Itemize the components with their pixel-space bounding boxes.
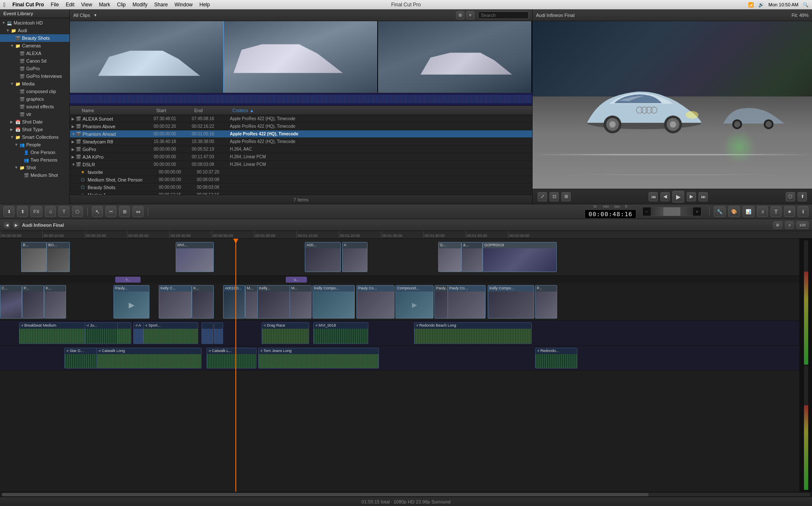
transition-clip[interactable]: T...: [115, 277, 141, 283]
color-btn[interactable]: 🎨: [728, 206, 740, 217]
inspector-btn[interactable]: ℹ: [798, 206, 809, 217]
tree-item-shot[interactable]: ▼ 📁 Shot: [0, 164, 69, 171]
clip-row-favorite[interactable]: ★ favorite 00:00:00:00 00:10:37:20: [70, 168, 532, 176]
import-btn[interactable]: ⬇: [3, 206, 14, 217]
tree-item-two-persons[interactable]: 👥 Two Persons: [0, 156, 69, 164]
viewer-btn-rewind[interactable]: ⏮: [649, 192, 658, 201]
tree-item-macintosh[interactable]: ▼ 💻 Macintosh HD: [0, 19, 69, 27]
clip-row-alexa-sunset[interactable]: ▶ 🎬 ALEXA Sunset 07:30:46:01 07:45:08:16…: [70, 115, 532, 123]
tree-item-gopro[interactable]: 🎬 GoPro: [0, 65, 69, 72]
generators-btn[interactable]: ⬡: [72, 206, 83, 217]
app-name-menu[interactable]: Final Cut Pro: [12, 2, 44, 8]
audio-clip[interactable]: -r Ju...: [85, 322, 118, 344]
tree-item-sound-effects[interactable]: 🎬 sound effects: [0, 103, 69, 110]
position-tool[interactable]: ⊞: [119, 206, 130, 217]
viewer-btn-zoom[interactable]: ⊡: [550, 192, 559, 201]
timeline-clip[interactable]: P...: [535, 285, 557, 319]
zoom-plus-btn[interactable]: +: [693, 207, 701, 216]
audio-clip-mvi0018[interactable]: -r MVI_0018: [313, 322, 368, 344]
viewer-btn-fullscreen[interactable]: ⊞: [561, 192, 571, 201]
menu-modify[interactable]: Modify: [133, 2, 147, 8]
clip-row-aja-kipro[interactable]: ▶ 🎬 AJA KiPro 00:00:00:00 00:11:47:03 H.…: [70, 153, 532, 161]
list-view-btn[interactable]: ≡: [466, 11, 475, 19]
tl-prev-btn[interactable]: ◀: [3, 222, 10, 228]
tl-audio-btn[interactable]: ♬: [785, 221, 794, 229]
viewer-btn-forward[interactable]: ⏭: [699, 192, 708, 201]
menu-view[interactable]: View: [81, 2, 92, 8]
timeline-clip[interactable]: C...: [0, 285, 22, 319]
timeline-clip[interactable]: BO...: [47, 242, 70, 272]
tree-item-one-person[interactable]: 👤 One Person: [0, 148, 69, 156]
tl-appearance-btn[interactable]: ⊞: [773, 221, 782, 229]
clip-row-phantom-ahead[interactable]: ▼ 🎬 Phantom Ahead 00:00:00:00 00:01:05:1…: [70, 130, 532, 138]
tree-item-smart-collections[interactable]: ▼ 📁 Smart Collections: [0, 133, 69, 141]
timeline-clip[interactable]: Pauly Co...: [447, 285, 486, 319]
menu-window[interactable]: Window: [174, 2, 193, 8]
audio-clip-drag-race[interactable]: -r Drag Race: [262, 322, 309, 344]
clip-row-steadycam[interactable]: ▶ 🎬 Steadycam R8 15:36:40:18 15:38:38:00…: [70, 138, 532, 146]
timeline-clip-pauly[interactable]: Pauly... ▶: [113, 285, 149, 319]
tree-item-audi[interactable]: ▼ 📁 Audi: [0, 27, 69, 34]
timeline-clip[interactable]: G...: [438, 242, 461, 272]
share-btn[interactable]: ⬆: [17, 206, 28, 217]
timeline-scrollbar-thumb[interactable]: [2, 493, 649, 496]
clip-row-marker1[interactable]: ◇ Marker 1 00:06:12:15 00:06:12:16: [70, 191, 532, 195]
tl-zoom-btn[interactable]: 100: [796, 221, 809, 229]
titles2-btn[interactable]: T: [771, 206, 782, 217]
tree-item-people[interactable]: ▼ 👥 People: [0, 141, 69, 148]
trim-tool[interactable]: ✂: [105, 206, 116, 217]
video-scope-btn[interactable]: 📊: [743, 206, 754, 217]
menu-edit[interactable]: Edit: [66, 2, 75, 8]
audio-clip[interactable]: [214, 322, 223, 344]
col-codecs-header[interactable]: Codecs ▲: [232, 108, 530, 113]
tl-next-btn[interactable]: ▶: [13, 222, 19, 228]
zoom-control[interactable]: − +: [642, 207, 702, 216]
audio-clip[interactable]: -r Sport...: [143, 322, 198, 344]
tree-item-medium-shot[interactable]: 🎬 Medium Shot: [0, 171, 69, 179]
select-tool[interactable]: ↖: [92, 206, 103, 217]
browser-search-input[interactable]: [478, 11, 529, 19]
tree-item-alexa[interactable]: 🎬 ALEXA: [0, 50, 69, 57]
clip-row-dslr[interactable]: ▼ 🎬 DSLR 00:00:00:00 00:08:03:08 H.264, …: [70, 161, 532, 168]
tree-item-shot-type[interactable]: ▶ 📅 Shot Type: [0, 126, 69, 133]
audio-clip-catwalk-long[interactable]: -r Catwalk Long: [97, 348, 202, 368]
timeline-clip[interactable]: Pauly Co...: [356, 285, 395, 319]
search-menubar-icon[interactable]: 🔍: [803, 2, 809, 8]
timecode-display[interactable]: 00:00:48:16: [585, 209, 636, 219]
timeline-clip[interactable]: B...: [21, 242, 47, 272]
timeline-scrollbar-track[interactable]: [2, 493, 810, 496]
timeline-clip[interactable]: Kelly C...: [159, 285, 192, 319]
menu-file[interactable]: File: [51, 2, 59, 8]
timeline-clip[interactable]: M...: [290, 285, 312, 319]
all-clips-label[interactable]: All Clips: [73, 13, 90, 18]
zoom-minus-btn[interactable]: −: [643, 207, 651, 216]
viewer-btn-export[interactable]: ⬆: [798, 192, 807, 201]
timeline-clip[interactable]: K...: [44, 285, 66, 319]
clip-row-phantom-above[interactable]: ▶ 🎬 Phantom Above 00:00:02:20 00:02:16:2…: [70, 123, 532, 130]
audio-clip[interactable]: [202, 322, 213, 344]
audio-btn[interactable]: ♫: [45, 206, 56, 217]
viewer-btn-step-back[interactable]: ◀: [660, 192, 670, 201]
timeline-clip[interactable]: P...: [22, 285, 44, 319]
audio-clip-torn-jeans[interactable]: -r Torn Jeans Long: [258, 348, 379, 368]
timeline-clip[interactable]: Compound... ▶: [395, 285, 434, 319]
audio-meter-btn[interactable]: ♬: [757, 206, 768, 217]
timeline-clip[interactable]: A00...: [305, 242, 341, 272]
clip-row-gopro[interactable]: ▶ 🎬 GoPro 00:00:00:00 00:05:52:19 H.264,…: [70, 146, 532, 153]
viewer-fit-label[interactable]: Fit: 49%: [792, 13, 809, 18]
menu-mark[interactable]: Mark: [99, 2, 110, 8]
apple-logo-icon[interactable]: : [3, 1, 6, 8]
zoom-slider[interactable]: [651, 207, 693, 216]
tree-item-shot-date[interactable]: ▶ 📅 Shot Date: [0, 118, 69, 126]
clip-row-medium-shot-one-person[interactable]: ⬡ Medium Shot, One Person 00:00:00:00 00…: [70, 176, 532, 184]
fx-btn[interactable]: FX: [30, 206, 42, 217]
viewer-btn-loop[interactable]: ⤢: [538, 192, 547, 201]
timeline-clip[interactable]: A001C0...: [223, 285, 245, 319]
timeline-clip-gopr[interactable]: GOPR0019: [483, 242, 557, 272]
menu-clip[interactable]: Clip: [117, 2, 126, 8]
audio-clip-redondo[interactable]: -r Redondo Beach Long: [414, 322, 532, 344]
timeline-clip[interactable]: Kelly Compo...: [488, 285, 534, 319]
timeline-clip[interactable]: &...: [461, 242, 483, 272]
playhead[interactable]: [235, 239, 236, 492]
tree-item-cameras[interactable]: ▼ 📁 Cameras: [0, 42, 69, 50]
